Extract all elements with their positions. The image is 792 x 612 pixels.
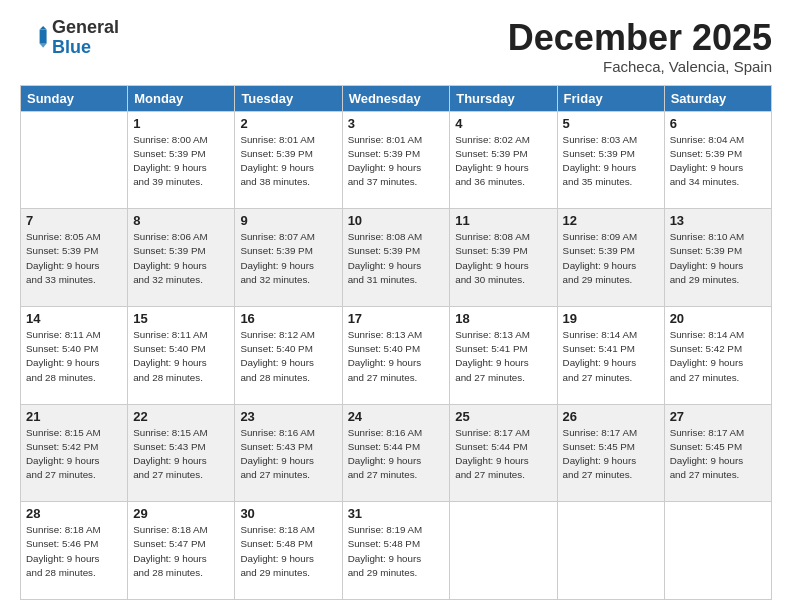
calendar-week-row: 21Sunrise: 8:15 AM Sunset: 5:42 PM Dayli… bbox=[21, 404, 772, 502]
day-number: 18 bbox=[455, 311, 551, 326]
day-info: Sunrise: 8:09 AM Sunset: 5:39 PM Dayligh… bbox=[563, 230, 659, 287]
calendar-week-row: 1Sunrise: 8:00 AM Sunset: 5:39 PM Daylig… bbox=[21, 111, 772, 209]
day-info: Sunrise: 8:15 AM Sunset: 5:42 PM Dayligh… bbox=[26, 426, 122, 483]
day-info: Sunrise: 8:17 AM Sunset: 5:45 PM Dayligh… bbox=[563, 426, 659, 483]
day-number: 2 bbox=[240, 116, 336, 131]
day-number: 12 bbox=[563, 213, 659, 228]
day-number: 21 bbox=[26, 409, 122, 424]
main-title: December 2025 bbox=[508, 18, 772, 58]
day-number: 1 bbox=[133, 116, 229, 131]
day-number: 10 bbox=[348, 213, 445, 228]
calendar-week-row: 14Sunrise: 8:11 AM Sunset: 5:40 PM Dayli… bbox=[21, 306, 772, 404]
calendar-day-header: Friday bbox=[557, 85, 664, 111]
calendar-day-header: Thursday bbox=[450, 85, 557, 111]
calendar-cell: 18Sunrise: 8:13 AM Sunset: 5:41 PM Dayli… bbox=[450, 306, 557, 404]
calendar-cell: 22Sunrise: 8:15 AM Sunset: 5:43 PM Dayli… bbox=[128, 404, 235, 502]
day-info: Sunrise: 8:07 AM Sunset: 5:39 PM Dayligh… bbox=[240, 230, 336, 287]
day-number: 29 bbox=[133, 506, 229, 521]
day-number: 22 bbox=[133, 409, 229, 424]
day-number: 30 bbox=[240, 506, 336, 521]
day-number: 5 bbox=[563, 116, 659, 131]
calendar-day-header: Tuesday bbox=[235, 85, 342, 111]
day-number: 25 bbox=[455, 409, 551, 424]
day-number: 20 bbox=[670, 311, 766, 326]
calendar-cell: 26Sunrise: 8:17 AM Sunset: 5:45 PM Dayli… bbox=[557, 404, 664, 502]
calendar-cell: 7Sunrise: 8:05 AM Sunset: 5:39 PM Daylig… bbox=[21, 209, 128, 307]
title-block: December 2025 Facheca, Valencia, Spain bbox=[508, 18, 772, 75]
calendar-cell: 30Sunrise: 8:18 AM Sunset: 5:48 PM Dayli… bbox=[235, 502, 342, 600]
calendar-cell: 1Sunrise: 8:00 AM Sunset: 5:39 PM Daylig… bbox=[128, 111, 235, 209]
calendar-header-row: SundayMondayTuesdayWednesdayThursdayFrid… bbox=[21, 85, 772, 111]
calendar-cell: 5Sunrise: 8:03 AM Sunset: 5:39 PM Daylig… bbox=[557, 111, 664, 209]
calendar-cell: 8Sunrise: 8:06 AM Sunset: 5:39 PM Daylig… bbox=[128, 209, 235, 307]
day-info: Sunrise: 8:19 AM Sunset: 5:48 PM Dayligh… bbox=[348, 523, 445, 580]
calendar-cell: 6Sunrise: 8:04 AM Sunset: 5:39 PM Daylig… bbox=[664, 111, 771, 209]
calendar-cell: 12Sunrise: 8:09 AM Sunset: 5:39 PM Dayli… bbox=[557, 209, 664, 307]
day-info: Sunrise: 8:02 AM Sunset: 5:39 PM Dayligh… bbox=[455, 133, 551, 190]
day-info: Sunrise: 8:18 AM Sunset: 5:46 PM Dayligh… bbox=[26, 523, 122, 580]
calendar-week-row: 28Sunrise: 8:18 AM Sunset: 5:46 PM Dayli… bbox=[21, 502, 772, 600]
day-number: 17 bbox=[348, 311, 445, 326]
day-number: 3 bbox=[348, 116, 445, 131]
day-info: Sunrise: 8:13 AM Sunset: 5:40 PM Dayligh… bbox=[348, 328, 445, 385]
day-info: Sunrise: 8:01 AM Sunset: 5:39 PM Dayligh… bbox=[240, 133, 336, 190]
logo: General Blue bbox=[20, 18, 119, 58]
calendar-table: SundayMondayTuesdayWednesdayThursdayFrid… bbox=[20, 85, 772, 600]
day-number: 8 bbox=[133, 213, 229, 228]
day-info: Sunrise: 8:03 AM Sunset: 5:39 PM Dayligh… bbox=[563, 133, 659, 190]
day-info: Sunrise: 8:01 AM Sunset: 5:39 PM Dayligh… bbox=[348, 133, 445, 190]
day-info: Sunrise: 8:05 AM Sunset: 5:39 PM Dayligh… bbox=[26, 230, 122, 287]
day-info: Sunrise: 8:00 AM Sunset: 5:39 PM Dayligh… bbox=[133, 133, 229, 190]
day-info: Sunrise: 8:17 AM Sunset: 5:45 PM Dayligh… bbox=[670, 426, 766, 483]
day-info: Sunrise: 8:13 AM Sunset: 5:41 PM Dayligh… bbox=[455, 328, 551, 385]
calendar-cell: 4Sunrise: 8:02 AM Sunset: 5:39 PM Daylig… bbox=[450, 111, 557, 209]
calendar-day-header: Wednesday bbox=[342, 85, 450, 111]
day-number: 7 bbox=[26, 213, 122, 228]
calendar-week-row: 7Sunrise: 8:05 AM Sunset: 5:39 PM Daylig… bbox=[21, 209, 772, 307]
calendar-cell: 16Sunrise: 8:12 AM Sunset: 5:40 PM Dayli… bbox=[235, 306, 342, 404]
calendar-day-header: Monday bbox=[128, 85, 235, 111]
logo-general-text: General bbox=[52, 17, 119, 37]
day-number: 23 bbox=[240, 409, 336, 424]
calendar-cell bbox=[557, 502, 664, 600]
calendar-cell: 15Sunrise: 8:11 AM Sunset: 5:40 PM Dayli… bbox=[128, 306, 235, 404]
day-number: 28 bbox=[26, 506, 122, 521]
calendar-cell: 10Sunrise: 8:08 AM Sunset: 5:39 PM Dayli… bbox=[342, 209, 450, 307]
svg-marker-1 bbox=[40, 26, 47, 30]
day-info: Sunrise: 8:08 AM Sunset: 5:39 PM Dayligh… bbox=[455, 230, 551, 287]
calendar-cell: 3Sunrise: 8:01 AM Sunset: 5:39 PM Daylig… bbox=[342, 111, 450, 209]
day-info: Sunrise: 8:10 AM Sunset: 5:39 PM Dayligh… bbox=[670, 230, 766, 287]
day-info: Sunrise: 8:16 AM Sunset: 5:43 PM Dayligh… bbox=[240, 426, 336, 483]
calendar-cell bbox=[21, 111, 128, 209]
calendar-cell: 24Sunrise: 8:16 AM Sunset: 5:44 PM Dayli… bbox=[342, 404, 450, 502]
day-number: 6 bbox=[670, 116, 766, 131]
day-number: 14 bbox=[26, 311, 122, 326]
calendar-cell bbox=[450, 502, 557, 600]
day-number: 27 bbox=[670, 409, 766, 424]
day-number: 16 bbox=[240, 311, 336, 326]
calendar-cell: 17Sunrise: 8:13 AM Sunset: 5:40 PM Dayli… bbox=[342, 306, 450, 404]
day-number: 13 bbox=[670, 213, 766, 228]
calendar-cell: 27Sunrise: 8:17 AM Sunset: 5:45 PM Dayli… bbox=[664, 404, 771, 502]
day-number: 9 bbox=[240, 213, 336, 228]
day-number: 24 bbox=[348, 409, 445, 424]
calendar-cell: 14Sunrise: 8:11 AM Sunset: 5:40 PM Dayli… bbox=[21, 306, 128, 404]
page: General Blue December 2025 Facheca, Vale… bbox=[0, 0, 792, 612]
calendar-cell: 31Sunrise: 8:19 AM Sunset: 5:48 PM Dayli… bbox=[342, 502, 450, 600]
day-number: 11 bbox=[455, 213, 551, 228]
day-number: 31 bbox=[348, 506, 445, 521]
calendar-cell: 23Sunrise: 8:16 AM Sunset: 5:43 PM Dayli… bbox=[235, 404, 342, 502]
day-info: Sunrise: 8:14 AM Sunset: 5:41 PM Dayligh… bbox=[563, 328, 659, 385]
day-info: Sunrise: 8:14 AM Sunset: 5:42 PM Dayligh… bbox=[670, 328, 766, 385]
calendar-cell: 11Sunrise: 8:08 AM Sunset: 5:39 PM Dayli… bbox=[450, 209, 557, 307]
calendar-cell: 19Sunrise: 8:14 AM Sunset: 5:41 PM Dayli… bbox=[557, 306, 664, 404]
day-info: Sunrise: 8:18 AM Sunset: 5:48 PM Dayligh… bbox=[240, 523, 336, 580]
day-number: 4 bbox=[455, 116, 551, 131]
calendar-cell: 25Sunrise: 8:17 AM Sunset: 5:44 PM Dayli… bbox=[450, 404, 557, 502]
calendar-cell: 2Sunrise: 8:01 AM Sunset: 5:39 PM Daylig… bbox=[235, 111, 342, 209]
day-info: Sunrise: 8:17 AM Sunset: 5:44 PM Dayligh… bbox=[455, 426, 551, 483]
svg-marker-0 bbox=[40, 29, 47, 43]
logo-icon bbox=[20, 24, 48, 52]
calendar-cell: 29Sunrise: 8:18 AM Sunset: 5:47 PM Dayli… bbox=[128, 502, 235, 600]
day-info: Sunrise: 8:11 AM Sunset: 5:40 PM Dayligh… bbox=[133, 328, 229, 385]
